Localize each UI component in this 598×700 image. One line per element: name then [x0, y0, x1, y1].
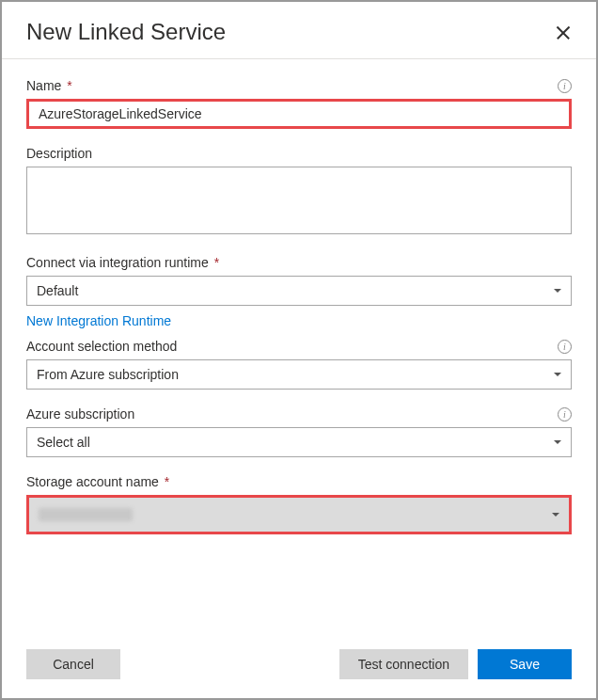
account-selection-label: Account selection method — [26, 339, 177, 354]
storage-account-value-redacted — [39, 508, 133, 521]
info-icon[interactable]: i — [558, 407, 572, 422]
account-selection-value: From Azure subscription — [37, 367, 179, 382]
dialog-title: New Linked Service — [26, 19, 226, 45]
integration-runtime-field: Connect via integration runtime * Defaul… — [26, 255, 572, 329]
account-selection-field: Account selection method i From Azure su… — [26, 339, 572, 390]
integration-runtime-label: Connect via integration runtime * — [26, 255, 219, 270]
dialog-content: Name * i Description Connect via integra… — [2, 59, 596, 634]
description-input[interactable] — [26, 167, 572, 234]
required-mark: * — [67, 78, 71, 93]
info-icon[interactable]: i — [558, 340, 572, 354]
azure-subscription-label: Azure subscription — [26, 406, 134, 422]
azure-subscription-dropdown[interactable]: Select all — [26, 427, 572, 457]
name-label: Name * — [26, 78, 72, 93]
storage-account-field: Storage account name * — [26, 474, 572, 534]
chevron-down-icon — [554, 440, 561, 444]
chevron-down-icon — [552, 513, 559, 517]
integration-runtime-label-row: Connect via integration runtime * — [26, 255, 572, 270]
name-label-text: Name — [26, 78, 61, 93]
integration-runtime-label-text: Connect via integration runtime — [26, 255, 209, 270]
account-selection-label-row: Account selection method i — [26, 339, 572, 354]
chevron-down-icon — [554, 289, 561, 293]
close-icon[interactable] — [555, 24, 572, 40]
integration-runtime-dropdown[interactable]: Default — [26, 276, 572, 306]
required-mark: * — [214, 255, 219, 270]
azure-subscription-label-row: Azure subscription i — [26, 406, 572, 422]
storage-account-label-row: Storage account name * — [26, 474, 572, 489]
dialog-footer: Cancel Test connection Save — [2, 634, 596, 698]
dialog-header: New Linked Service — [2, 2, 596, 59]
description-label: Description — [26, 146, 92, 161]
test-connection-button[interactable]: Test connection — [339, 649, 468, 679]
azure-subscription-field: Azure subscription i Select all — [26, 406, 572, 457]
storage-account-label-text: Storage account name — [26, 474, 159, 489]
name-label-row: Name * i — [26, 78, 572, 93]
azure-subscription-value: Select all — [37, 435, 90, 450]
integration-runtime-value: Default — [37, 283, 78, 298]
footer-right: Test connection Save — [339, 649, 572, 679]
storage-account-label: Storage account name * — [26, 474, 169, 489]
cancel-button[interactable]: Cancel — [26, 649, 120, 679]
new-linked-service-dialog: New Linked Service Name * i Description — [2, 2, 596, 698]
chevron-down-icon — [554, 373, 561, 376]
description-label-row: Description — [26, 146, 572, 161]
storage-account-dropdown[interactable] — [29, 498, 569, 532]
new-integration-runtime-link[interactable]: New Integration Runtime — [26, 313, 171, 328]
info-icon[interactable]: i — [558, 79, 572, 93]
storage-account-dropdown-wrap — [26, 495, 572, 534]
save-button[interactable]: Save — [478, 649, 572, 679]
required-mark: * — [165, 474, 169, 489]
account-selection-dropdown[interactable]: From Azure subscription — [26, 359, 572, 390]
name-field: Name * i — [26, 78, 572, 129]
description-field: Description — [26, 146, 572, 238]
name-input[interactable] — [26, 99, 572, 129]
